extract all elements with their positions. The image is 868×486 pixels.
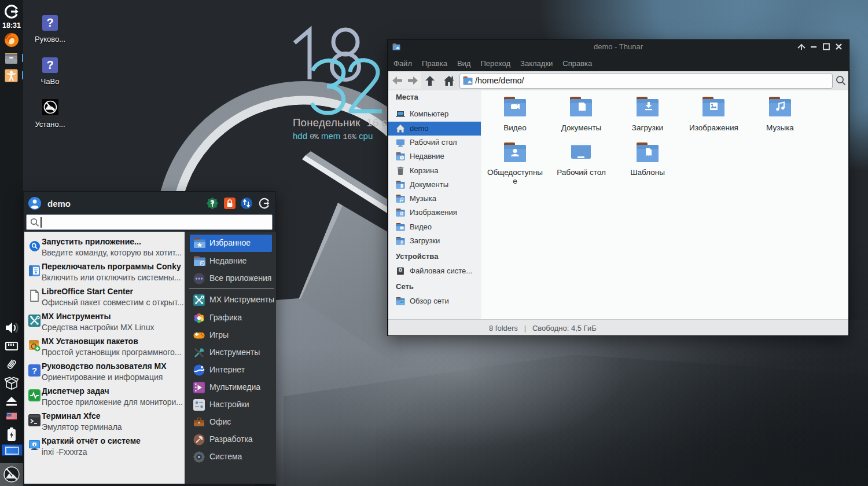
svg-text:?: ?: [32, 366, 37, 375]
svg-text:i: i: [34, 442, 35, 447]
